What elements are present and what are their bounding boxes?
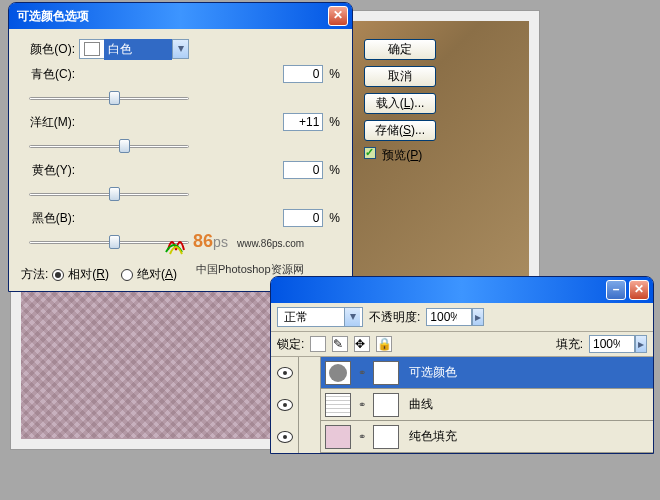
- yellow-label: 黄色(Y):: [21, 162, 79, 179]
- ok-button[interactable]: 确定: [364, 39, 436, 60]
- layer-item[interactable]: ⚭ 纯色填充: [271, 421, 653, 453]
- link-icon: ⚭: [358, 431, 366, 442]
- eye-icon: [277, 431, 293, 443]
- method-label: 方法:: [21, 266, 48, 283]
- lock-all-icon[interactable]: 🔒: [376, 336, 392, 352]
- opacity-arrow-icon[interactable]: ▸: [472, 308, 484, 326]
- layers-panel: – ✕ 正常 ▾ 不透明度: ▸ 锁定: ✎ ✥ 🔒 填充: ▸: [270, 276, 654, 454]
- layer-mask[interactable]: [373, 425, 399, 449]
- blend-mode: 正常: [284, 309, 308, 326]
- selected-color: 白色: [104, 39, 172, 60]
- link-col[interactable]: [299, 389, 321, 421]
- percent: %: [329, 163, 340, 177]
- layer-name[interactable]: 纯色填充: [409, 428, 457, 445]
- percent: %: [329, 211, 340, 225]
- color-dropdown[interactable]: 白色 ▾: [79, 39, 189, 59]
- layer-name[interactable]: 曲线: [409, 396, 433, 413]
- preview-label[interactable]: 预览(P): [382, 148, 422, 162]
- link-icon: ⚭: [358, 367, 366, 378]
- adjustment-thumb[interactable]: [325, 393, 351, 417]
- cyan-slider[interactable]: [29, 89, 189, 107]
- link-icon: ⚭: [358, 399, 366, 410]
- magenta-label: 洋红(M):: [21, 114, 79, 131]
- visibility-toggle[interactable]: [271, 421, 299, 453]
- percent: %: [329, 67, 340, 81]
- eye-icon: [277, 399, 293, 411]
- close-icon[interactable]: ✕: [328, 6, 348, 26]
- yellow-input[interactable]: [283, 161, 323, 179]
- color-swatch: [84, 42, 100, 56]
- magenta-slider[interactable]: [29, 137, 189, 155]
- cancel-button[interactable]: 取消: [364, 66, 436, 87]
- opacity-label: 不透明度:: [369, 309, 420, 326]
- dialog-titlebar[interactable]: 可选颜色选项 ✕: [9, 3, 352, 29]
- minimize-icon[interactable]: –: [606, 280, 626, 300]
- lock-label: 锁定:: [277, 336, 304, 353]
- fill-arrow-icon[interactable]: ▸: [635, 335, 647, 353]
- save-button[interactable]: 存储(S)...: [364, 120, 436, 141]
- layer-item[interactable]: ⚭ 可选颜色: [271, 357, 653, 389]
- layer-list: ⚭ 可选颜色 ⚭ 曲线 ⚭ 纯色填充: [271, 357, 653, 453]
- black-input[interactable]: [283, 209, 323, 227]
- opacity-input[interactable]: [426, 308, 472, 326]
- layer-name[interactable]: 可选颜色: [409, 364, 457, 381]
- layer-mask[interactable]: [373, 393, 399, 417]
- link-col[interactable]: [299, 357, 321, 389]
- layer-item[interactable]: ⚭ 曲线: [271, 389, 653, 421]
- fill-label: 填充:: [556, 336, 583, 353]
- lock-position-icon[interactable]: ✥: [354, 336, 370, 352]
- close-icon[interactable]: ✕: [629, 280, 649, 300]
- relative-radio[interactable]: [52, 269, 64, 281]
- layers-titlebar[interactable]: – ✕: [271, 277, 653, 303]
- black-label: 黑色(B):: [21, 210, 79, 227]
- chevron-down-icon[interactable]: ▾: [172, 40, 188, 58]
- preview-checkbox[interactable]: [364, 147, 376, 159]
- eye-icon: [277, 367, 293, 379]
- watermark-text: 中国Photoshop资源网: [196, 262, 304, 277]
- lock-transparency-icon[interactable]: [310, 336, 326, 352]
- magenta-input[interactable]: [283, 113, 323, 131]
- adjustment-thumb[interactable]: [325, 425, 351, 449]
- cyan-input[interactable]: [283, 65, 323, 83]
- visibility-toggle[interactable]: [271, 389, 299, 421]
- relative-label[interactable]: 相对(R): [68, 266, 109, 283]
- cyan-label: 青色(C):: [21, 66, 79, 83]
- chevron-down-icon[interactable]: ▾: [344, 308, 360, 326]
- dialog-title: 可选颜色选项: [17, 8, 328, 25]
- visibility-toggle[interactable]: [271, 357, 299, 389]
- watermark-logo: 86ps www.86ps.com: [162, 230, 304, 258]
- yellow-slider[interactable]: [29, 185, 189, 203]
- colors-label: 颜色(O):: [21, 41, 79, 58]
- load-button[interactable]: 载入(L)...: [364, 93, 436, 114]
- link-col[interactable]: [299, 421, 321, 453]
- percent: %: [329, 115, 340, 129]
- blend-mode-dropdown[interactable]: 正常 ▾: [277, 307, 363, 327]
- layer-mask[interactable]: [373, 361, 399, 385]
- fill-input[interactable]: [589, 335, 635, 353]
- absolute-label[interactable]: 绝对(A): [137, 266, 177, 283]
- adjustment-thumb[interactable]: [325, 361, 351, 385]
- lock-pixels-icon[interactable]: ✎: [332, 336, 348, 352]
- absolute-radio[interactable]: [121, 269, 133, 281]
